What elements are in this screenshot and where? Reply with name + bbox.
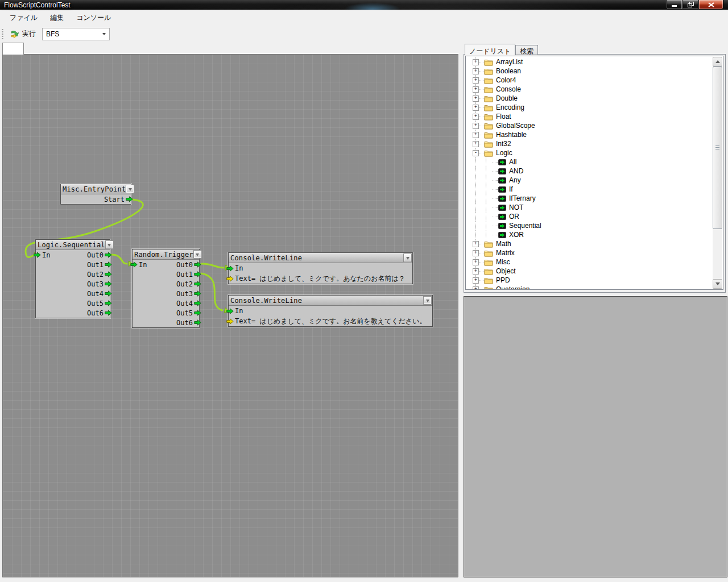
tab-search[interactable]: 検索 bbox=[515, 45, 538, 55]
param-port[interactable]: Text= はじめまして、ミクです。お名前を教えてください。 bbox=[226, 317, 427, 326]
tree-item-encoding[interactable]: +Encoding bbox=[467, 103, 712, 112]
title-bar[interactable]: FlowScriptControlTest bbox=[0, 0, 728, 10]
expand-icon[interactable]: + bbox=[473, 105, 479, 111]
scroll-up-button[interactable] bbox=[713, 57, 722, 66]
tree-item-quaternion[interactable]: +Quaternion bbox=[467, 285, 712, 289]
tree-item-if[interactable]: If bbox=[467, 185, 712, 194]
expand-icon[interactable]: + bbox=[473, 277, 479, 284]
scroll-thumb[interactable] bbox=[713, 66, 722, 229]
tree-item-and[interactable]: AND bbox=[467, 167, 712, 176]
tab-nodelist[interactable]: ノードリスト bbox=[465, 44, 515, 56]
output-port[interactable]: Out5 bbox=[176, 309, 201, 317]
flow-canvas[interactable]: Misc.EntryPointStartLogic.SequentialInOu… bbox=[2, 54, 458, 577]
node-dropdown-button[interactable] bbox=[126, 185, 134, 193]
tree-item-logic[interactable]: -Logic bbox=[467, 148, 712, 157]
tree-item-ifternary[interactable]: IfTernary bbox=[467, 194, 712, 203]
tree-item-double[interactable]: +Double bbox=[467, 94, 712, 103]
node-dropdown-button[interactable] bbox=[105, 240, 114, 249]
tree-item-matrix[interactable]: +Matrix bbox=[467, 248, 712, 257]
tree-item-or[interactable]: OR bbox=[467, 212, 712, 221]
node-header[interactable]: Random.Trigger bbox=[133, 250, 199, 260]
output-port[interactable]: Out2 bbox=[86, 271, 112, 278]
expand-icon[interactable]: + bbox=[473, 141, 479, 147]
tree-item-arraylist[interactable]: +ArrayList bbox=[467, 57, 712, 66]
output-port[interactable]: Out1 bbox=[86, 261, 112, 269]
flow-node[interactable]: Console.WriteLineInText= はじめまして、ミクです。お名前… bbox=[228, 295, 433, 327]
connection-wire[interactable] bbox=[201, 273, 222, 310]
tree-item-sequential[interactable]: Sequential bbox=[467, 221, 712, 230]
output-port[interactable]: Out4 bbox=[86, 290, 112, 298]
expand-icon[interactable]: + bbox=[473, 259, 479, 265]
input-port[interactable]: In bbox=[34, 251, 51, 259]
menu-item-edit[interactable]: 編集 bbox=[44, 11, 70, 25]
output-port[interactable]: Out6 bbox=[176, 319, 201, 327]
expand-icon[interactable]: + bbox=[473, 286, 479, 289]
flow-node[interactable]: Random.TriggerInOut0Out1Out2Out3Out4Out5… bbox=[132, 249, 200, 328]
node-header[interactable]: Console.WriteLine bbox=[229, 253, 412, 263]
tree-item-int32[interactable]: +Int32 bbox=[467, 139, 712, 148]
tree-item-ppd[interactable]: +PPD bbox=[467, 276, 712, 285]
scroll-down-button[interactable] bbox=[713, 279, 722, 289]
output-port[interactable]: Out3 bbox=[176, 290, 201, 298]
tree-item-xor[interactable]: XOR bbox=[467, 230, 712, 239]
expand-icon[interactable]: + bbox=[473, 95, 479, 102]
tree-item-object[interactable]: +Object bbox=[467, 267, 712, 276]
expand-icon[interactable]: + bbox=[473, 132, 479, 138]
mode-combobox[interactable]: BFS bbox=[42, 28, 110, 40]
input-port[interactable]: In bbox=[226, 264, 243, 272]
close-button[interactable] bbox=[698, 0, 723, 10]
output-port[interactable]: Out3 bbox=[86, 280, 112, 288]
tree-item-console[interactable]: +Console bbox=[467, 85, 712, 94]
input-port[interactable]: In bbox=[226, 307, 243, 315]
tree-item-globalscope[interactable]: +GlobalScope bbox=[467, 121, 712, 130]
tree-item-math[interactable]: +Math bbox=[467, 239, 712, 248]
tree-item-any[interactable]: Any bbox=[467, 176, 712, 185]
node-header[interactable]: Misc.EntryPoint bbox=[61, 184, 131, 194]
expand-icon[interactable]: + bbox=[473, 114, 479, 120]
node-header[interactable]: Console.WriteLine bbox=[229, 296, 432, 306]
node-dropdown-button[interactable] bbox=[193, 250, 202, 259]
tree-item-hashtable[interactable]: +Hashtable bbox=[467, 130, 712, 139]
connection-wire[interactable] bbox=[111, 255, 127, 264]
toolbar-grip[interactable] bbox=[2, 28, 3, 40]
tree-item-misc[interactable]: +Misc bbox=[467, 257, 712, 267]
expand-icon[interactable]: + bbox=[473, 68, 479, 74]
menu-item-console[interactable]: コンソール bbox=[70, 11, 117, 25]
output-port[interactable]: Out0 bbox=[86, 251, 112, 259]
connection-wire[interactable] bbox=[201, 264, 224, 268]
expand-icon[interactable]: + bbox=[473, 86, 479, 93]
flow-node[interactable]: Console.WriteLineInText= はじめまして、ミクです。あなた… bbox=[228, 252, 413, 284]
node-dropdown-button[interactable] bbox=[403, 253, 412, 262]
restore-button[interactable] bbox=[682, 0, 698, 10]
expand-icon[interactable]: + bbox=[473, 250, 479, 256]
output-port[interactable]: Out6 bbox=[86, 309, 112, 317]
node-list-tree[interactable]: +ArrayList+Boolean+Color4+Console+Double… bbox=[465, 56, 723, 290]
run-button[interactable]: 実行 bbox=[6, 27, 40, 41]
tree-item-all[interactable]: All bbox=[467, 157, 712, 167]
tree-item-color4[interactable]: +Color4 bbox=[467, 76, 712, 85]
tree-scrollbar[interactable] bbox=[713, 57, 722, 289]
collapse-icon[interactable]: - bbox=[473, 150, 479, 156]
output-port[interactable]: Out4 bbox=[176, 300, 201, 307]
output-port[interactable]: Out5 bbox=[86, 300, 112, 307]
param-port[interactable]: Text= はじめまして、ミクです。あなたのお名前は？ bbox=[226, 274, 406, 284]
canvas-tab[interactable] bbox=[2, 43, 24, 55]
flow-node[interactable]: Misc.EntryPointStart bbox=[60, 184, 131, 205]
menu-item-file[interactable]: ファイル bbox=[3, 11, 44, 25]
output-port[interactable]: Out1 bbox=[176, 271, 201, 278]
combobox-dropdown-icon[interactable] bbox=[99, 28, 109, 40]
node-header[interactable]: Logic.Sequential bbox=[36, 240, 110, 250]
expand-icon[interactable]: + bbox=[473, 268, 479, 275]
expand-icon[interactable]: + bbox=[473, 123, 479, 129]
input-port[interactable]: In bbox=[130, 261, 147, 269]
minimize-button[interactable] bbox=[666, 0, 682, 10]
tree-item-float[interactable]: +Float bbox=[467, 112, 712, 121]
expand-icon[interactable]: + bbox=[473, 77, 479, 84]
tree-item-not[interactable]: NOT bbox=[467, 203, 712, 212]
output-panel[interactable] bbox=[464, 296, 727, 577]
output-port[interactable]: Out2 bbox=[176, 280, 201, 288]
flow-node[interactable]: Logic.SequentialInOut0Out1Out2Out3Out4Ou… bbox=[35, 239, 110, 318]
output-port[interactable]: Start bbox=[104, 196, 133, 203]
expand-icon[interactable]: + bbox=[473, 59, 479, 65]
tree-item-boolean[interactable]: +Boolean bbox=[467, 66, 712, 76]
